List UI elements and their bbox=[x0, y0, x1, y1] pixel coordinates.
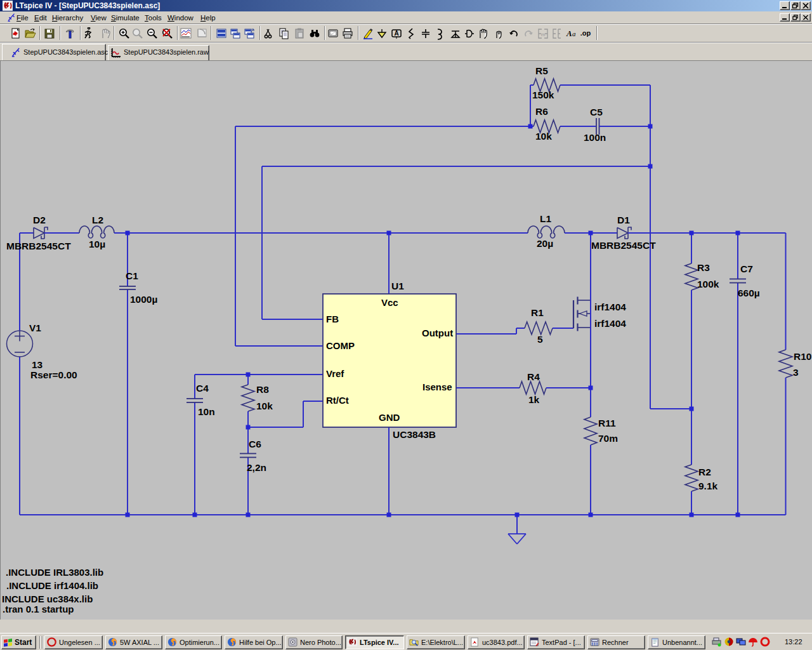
svg-text:R10: R10 bbox=[794, 351, 811, 362]
svg-text:660µ: 660µ bbox=[738, 288, 760, 298]
svg-text:GND: GND bbox=[379, 412, 400, 423]
svg-text:R11: R11 bbox=[598, 418, 616, 428]
svg-text:C1: C1 bbox=[126, 270, 138, 281]
svg-text:V1: V1 bbox=[29, 322, 41, 333]
svg-text:20µ: 20µ bbox=[537, 238, 553, 249]
svg-text:R1: R1 bbox=[531, 307, 544, 318]
svg-text:100k: 100k bbox=[697, 279, 719, 289]
svg-text:13: 13 bbox=[32, 359, 43, 370]
svg-text:10k: 10k bbox=[535, 131, 552, 142]
svg-text:150k: 150k bbox=[532, 90, 554, 100]
svg-text:R6: R6 bbox=[535, 106, 548, 117]
svg-text:10µ: 10µ bbox=[89, 239, 105, 249]
svg-text:MBRB2545CT: MBRB2545CT bbox=[6, 241, 71, 251]
svg-text:L2: L2 bbox=[92, 215, 103, 225]
svg-text:2,2n: 2,2n bbox=[247, 462, 266, 473]
svg-text:C6: C6 bbox=[249, 439, 261, 449]
svg-text:R8: R8 bbox=[256, 384, 269, 395]
svg-text:.INCLUDE IRL3803.lib: .INCLUDE IRL3803.lib bbox=[6, 567, 103, 578]
svg-text:a: a bbox=[572, 30, 576, 37]
svg-text:A: A bbox=[566, 29, 572, 38]
svg-text:UC3843B: UC3843B bbox=[393, 429, 436, 440]
svg-text:MBRB2545CT: MBRB2545CT bbox=[591, 240, 656, 251]
svg-text:9.1k: 9.1k bbox=[698, 481, 718, 491]
svg-text:R2: R2 bbox=[698, 467, 711, 477]
svg-text:D1: D1 bbox=[617, 215, 630, 225]
svg-text:R4: R4 bbox=[527, 371, 540, 382]
svg-text:5: 5 bbox=[537, 334, 543, 345]
svg-text:R3: R3 bbox=[697, 262, 710, 273]
svg-text:R5: R5 bbox=[535, 65, 548, 76]
svg-text:m: m bbox=[541, 32, 546, 37]
svg-text:C7: C7 bbox=[740, 263, 753, 274]
svg-text:Rt/Ct: Rt/Ct bbox=[326, 395, 349, 406]
svg-text:A: A bbox=[394, 30, 398, 37]
svg-text:1000µ: 1000µ bbox=[130, 294, 157, 305]
svg-text:Isense: Isense bbox=[422, 381, 452, 392]
svg-text:L1: L1 bbox=[540, 213, 551, 224]
svg-text:C4: C4 bbox=[196, 383, 209, 394]
svg-text:Output: Output bbox=[422, 328, 453, 338]
svg-text:FB: FB bbox=[326, 314, 339, 324]
svg-text:C5: C5 bbox=[590, 107, 603, 117]
svg-text:Vcc: Vcc bbox=[381, 297, 398, 308]
svg-text:10k: 10k bbox=[256, 401, 273, 411]
svg-text:Rser=0.00: Rser=0.00 bbox=[30, 369, 77, 380]
svg-text:70m: 70m bbox=[598, 433, 618, 444]
svg-text:.tran 0.1 startup: .tran 0.1 startup bbox=[3, 604, 74, 614]
svg-text:COMP: COMP bbox=[326, 340, 355, 351]
svg-text:10n: 10n bbox=[198, 406, 215, 417]
svg-text:.op: .op bbox=[580, 29, 591, 37]
svg-text:INCLUDE uc384x.lib: INCLUDE uc384x.lib bbox=[2, 594, 93, 604]
svg-text:1k: 1k bbox=[528, 394, 540, 405]
svg-text:3: 3 bbox=[793, 367, 799, 378]
svg-text:U1: U1 bbox=[391, 281, 404, 291]
svg-text:Vref: Vref bbox=[326, 368, 344, 379]
svg-text:irf1404: irf1404 bbox=[594, 302, 626, 312]
svg-text:irf1404: irf1404 bbox=[594, 318, 626, 329]
svg-text:100n: 100n bbox=[584, 132, 606, 143]
svg-text:D2: D2 bbox=[33, 215, 46, 225]
svg-text:.INCLUDE irf1404.lib: .INCLUDE irf1404.lib bbox=[6, 580, 98, 591]
